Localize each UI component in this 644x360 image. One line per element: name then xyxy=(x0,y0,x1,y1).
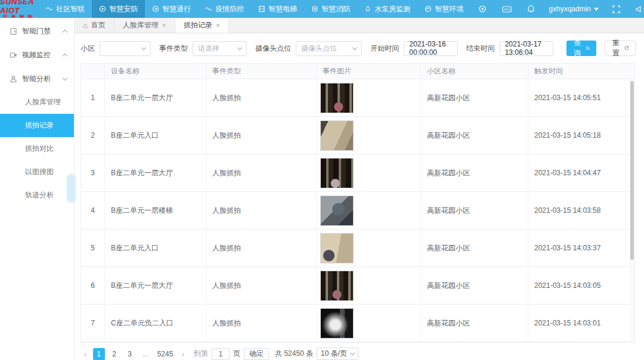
sidebar-collapse-handle[interactable] xyxy=(67,175,75,202)
goto-confirm-button[interactable]: 确定 xyxy=(244,348,269,360)
start-time-value: 2021-03-16 00:00:00 xyxy=(409,40,452,57)
table-row[interactable]: 1 B座二单元一层大厅 人脸抓拍 高新花园小区 2021-03-15 14:05… xyxy=(81,79,634,117)
device-name: B座二单元一层大厅 xyxy=(105,154,206,191)
tab-home[interactable]: ⌂ 首页 xyxy=(75,18,114,33)
event-type-placeholder: 请选择 xyxy=(198,44,219,54)
trigger-time: 2021-03-15 14:03:58 xyxy=(528,192,631,229)
goto-page-input[interactable] xyxy=(212,348,230,360)
sidebar-item-track-analysis[interactable]: 轨迹分析 xyxy=(0,184,74,207)
event-snapshot-image[interactable] xyxy=(320,308,354,339)
topnav-item-fire[interactable]: 智慧消防 xyxy=(304,0,357,18)
table-row[interactable]: 6 B座二单元一层大厅 人脸抓拍 高新花园小区 2021-03-15 14:03… xyxy=(81,267,634,305)
sidebar-item-smart-analysis[interactable]: 智能分析 xyxy=(0,67,74,91)
community-link-icon xyxy=(46,5,53,13)
tab-capture-records[interactable]: 抓拍记录 × xyxy=(175,18,229,33)
notification-bell-icon[interactable] xyxy=(519,5,543,13)
elevator-icon xyxy=(258,5,265,13)
user-caret-icon xyxy=(594,8,599,11)
topnav-label: 智慧电梯 xyxy=(268,4,297,14)
event-type: 人脸抓拍 xyxy=(206,117,317,154)
username: gxhyxqadmin xyxy=(549,5,591,13)
page-button-1[interactable]: 1 xyxy=(93,348,105,360)
topnav-item-access[interactable]: 智慧通行 xyxy=(145,0,198,18)
page-size-select[interactable]: 10 条/页 xyxy=(317,347,358,360)
camera-select[interactable]: 摄像头点位 xyxy=(296,41,362,56)
trigger-time: 2021-03-15 14:03:37 xyxy=(528,229,631,266)
announcement-speaker-icon[interactable] xyxy=(628,5,644,13)
end-time-input[interactable]: 2021-03-17 13:06:04 xyxy=(500,41,553,56)
filter-bar: 小区 事件类型 请选择 摄像头点位 摄像头点位 开始时间 xyxy=(80,41,636,56)
settings-gear-icon[interactable] xyxy=(470,5,494,13)
page-button-last[interactable]: 5245 xyxy=(155,348,176,360)
event-image-cell xyxy=(317,267,421,304)
sidebar-item-capture-records[interactable]: 抓拍记录 xyxy=(0,114,74,137)
event-snapshot-image[interactable] xyxy=(320,271,354,301)
event-type-select[interactable]: 请选择 xyxy=(193,41,247,56)
event-image-cell xyxy=(317,154,421,191)
sidebar-item-label: 视频监控 xyxy=(22,50,58,60)
next-page-icon[interactable]: › xyxy=(179,349,187,359)
close-icon[interactable]: × xyxy=(162,21,166,30)
environment-icon xyxy=(425,5,432,13)
table-row[interactable]: 3 B座二单元一层大厅 人脸抓拍 高新花园小区 2021-03-15 14:04… xyxy=(81,154,634,192)
row-index: 6 xyxy=(81,267,105,304)
community-name: 高新花园小区 xyxy=(421,154,528,191)
table-row[interactable]: 7 C座二单元负二入口 人脸抓拍 高新花园小区 2021-03-15 14:03… xyxy=(81,305,634,342)
row-index: 2 xyxy=(81,117,105,154)
end-time-value: 2021-03-17 13:06:04 xyxy=(505,40,548,57)
device-name: B座二单元入口 xyxy=(105,117,206,154)
sidebar-item-door-access[interactable]: 智能门禁 xyxy=(0,19,74,43)
close-icon[interactable]: × xyxy=(216,21,220,30)
table-scrollbar[interactable] xyxy=(630,80,634,342)
event-snapshot-image[interactable] xyxy=(320,120,354,151)
table-row[interactable]: 4 B座二单元一层楼梯 人脸抓拍 高新花园小区 2021-03-15 14:03… xyxy=(81,192,634,229)
event-image-cell xyxy=(317,229,421,266)
message-card-icon[interactable] xyxy=(494,5,519,13)
header-index xyxy=(81,64,105,79)
fullscreen-icon[interactable] xyxy=(605,5,628,13)
tab-face-library[interactable]: 人脸库管理 × xyxy=(114,18,175,33)
table-row[interactable]: 5 B座二单元入口 人脸抓拍 高新花园小区 2021-03-15 14:03:3… xyxy=(81,229,634,267)
page-button-2[interactable]: 2 xyxy=(109,348,120,360)
community-filter-label: 小区 xyxy=(80,44,95,54)
prev-page-icon[interactable]: ‹ xyxy=(82,349,89,359)
topnav-item-environment[interactable]: 智慧环境 xyxy=(417,0,470,18)
header-community-name: 小区名称 xyxy=(421,64,528,79)
goto-page-label: 到第 xyxy=(194,349,208,359)
sidebar-item-face-library[interactable]: 人脸库管理 xyxy=(0,91,74,114)
user-menu[interactable]: gxhyxqadmin xyxy=(543,5,605,13)
trigger-time: 2021-03-15 14:05:18 xyxy=(528,117,631,154)
topnav-label: 智慧通行 xyxy=(162,4,191,14)
event-snapshot-image[interactable] xyxy=(320,158,354,188)
topnav-item-community[interactable]: 社区智联 xyxy=(39,0,92,18)
topnav-item-security[interactable]: 智慧安防 xyxy=(92,0,145,18)
sidebar-item-video-monitor[interactable]: 视频监控 xyxy=(0,43,74,67)
event-type: 人脸抓拍 xyxy=(206,192,317,229)
community-select[interactable] xyxy=(100,41,151,56)
event-snapshot-image[interactable] xyxy=(320,195,354,226)
topnav-item-pump[interactable]: 水泵房监测 xyxy=(357,0,417,18)
event-type: 人脸抓拍 xyxy=(206,154,317,191)
header-event-image: 事件图片 xyxy=(317,64,421,79)
search-button-label: 查询 xyxy=(572,38,582,58)
tab-label: 抓拍记录 xyxy=(184,20,212,30)
page-size-value: 10 条/页 xyxy=(321,349,347,359)
start-time-input[interactable]: 2021-03-16 00:00:00 xyxy=(404,41,457,56)
topnav-item-epidemic[interactable]: 疫情防控 xyxy=(198,0,251,18)
chevron-down-icon xyxy=(63,75,67,80)
topbar-actions: gxhyxqadmin xyxy=(470,0,644,18)
scrollbar-thumb[interactable] xyxy=(630,81,634,260)
table-row[interactable]: 2 B座二单元入口 人脸抓拍 高新花园小区 2021-03-15 14:05:1… xyxy=(81,117,634,154)
page-button-3[interactable]: 3 xyxy=(124,348,136,360)
reset-button[interactable]: 重置 xyxy=(605,41,636,56)
search-button[interactable]: 查询 xyxy=(566,41,596,56)
sidebar-item-capture-compare[interactable]: 抓拍对比 xyxy=(0,137,74,160)
sidebar-item-image-search[interactable]: 以图搜图 xyxy=(0,160,74,184)
event-snapshot-image[interactable] xyxy=(320,233,354,263)
event-image-cell xyxy=(317,305,421,342)
pagination: ‹ 1 2 3 ... 5245 › 到第 页 确定 共 52450 条 10 … xyxy=(80,343,636,360)
camera-icon xyxy=(10,51,17,59)
topnav-item-elevator[interactable]: 智慧电梯 xyxy=(251,0,304,18)
event-snapshot-image[interactable] xyxy=(320,83,354,113)
trigger-time: 2021-03-15 14:05:51 xyxy=(528,79,631,116)
